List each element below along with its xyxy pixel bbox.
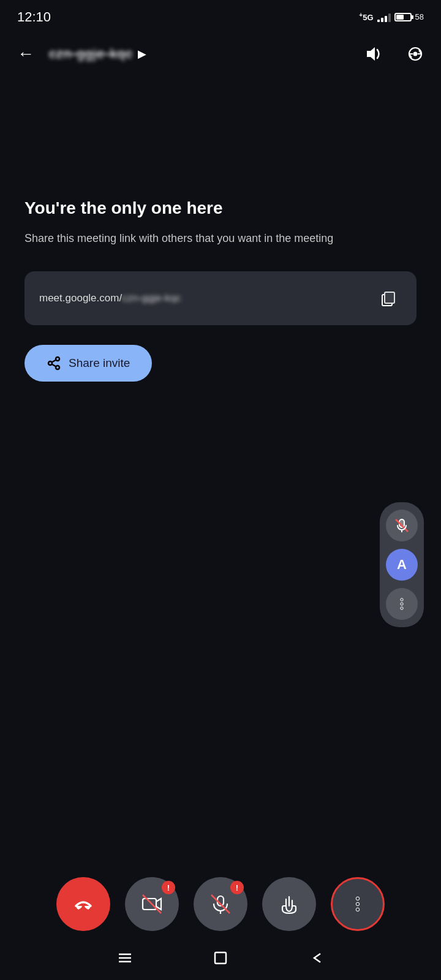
mic-off-icon-bottom bbox=[209, 892, 232, 916]
top-nav: ← czn-ggje-kqc ▶ bbox=[0, 32, 441, 76]
expand-icon[interactable]: ▶ bbox=[138, 47, 146, 61]
meeting-code-container: czn-ggje-kqc ▶ bbox=[49, 46, 350, 62]
svg-point-21 bbox=[356, 902, 360, 906]
camera-off-button[interactable]: ! bbox=[125, 877, 179, 931]
system-hamburger-button[interactable] bbox=[114, 947, 136, 969]
camera-warning-badge: ! bbox=[162, 881, 175, 894]
status-icons: +5G 58 bbox=[359, 12, 424, 22]
svg-point-5 bbox=[48, 361, 52, 365]
flip-camera-button[interactable] bbox=[402, 40, 429, 67]
more-options-button[interactable] bbox=[331, 877, 385, 931]
meeting-link-text: meet.google.com/czn-ggje-kqc bbox=[39, 292, 375, 304]
back-triangle-icon bbox=[308, 950, 324, 966]
system-nav-bar bbox=[0, 936, 441, 980]
svg-rect-15 bbox=[143, 899, 156, 910]
svg-rect-3 bbox=[385, 292, 394, 303]
bottom-control-bar: ! ! bbox=[0, 877, 441, 931]
status-bar: 12:10 +5G 58 bbox=[0, 0, 441, 32]
mic-off-icon bbox=[394, 518, 410, 533]
nav-icons bbox=[360, 40, 429, 67]
floating-more-button[interactable] bbox=[386, 588, 418, 620]
svg-point-14 bbox=[401, 607, 403, 609]
mic-warning-badge: ! bbox=[230, 881, 244, 894]
home-square-icon bbox=[213, 950, 228, 966]
share-icon bbox=[47, 356, 61, 371]
svg-line-7 bbox=[52, 364, 56, 367]
raise-hand-button[interactable] bbox=[262, 877, 316, 931]
status-time: 12:10 bbox=[17, 9, 51, 25]
svg-point-12 bbox=[401, 598, 403, 601]
subtitle-text: Share this meeting link with others that… bbox=[24, 230, 417, 247]
system-home-button[interactable] bbox=[209, 947, 232, 969]
svg-line-8 bbox=[52, 360, 56, 363]
svg-marker-0 bbox=[367, 47, 375, 61]
more-vertical-icon bbox=[394, 597, 409, 611]
svg-point-1 bbox=[413, 52, 418, 56]
avatar-label: A bbox=[397, 557, 407, 573]
signal-type: +5G bbox=[359, 12, 373, 22]
speaker-icon bbox=[364, 45, 383, 63]
copy-link-button[interactable] bbox=[375, 285, 402, 312]
speaker-button[interactable] bbox=[360, 40, 387, 67]
meeting-link-blur: czn-ggje-kqc bbox=[122, 292, 181, 304]
meeting-code-text: czn-ggje-kqc bbox=[49, 46, 133, 62]
share-invite-button[interactable]: Share invite bbox=[24, 345, 152, 382]
svg-point-6 bbox=[56, 366, 59, 369]
battery-level: 58 bbox=[415, 12, 424, 21]
signal-bars-icon bbox=[377, 12, 391, 22]
svg-point-4 bbox=[56, 357, 59, 361]
only-one-title: You're the only one here bbox=[24, 198, 417, 218]
camera-off-icon bbox=[140, 892, 164, 916]
meeting-link-box: meet.google.com/czn-ggje-kqc bbox=[24, 271, 417, 325]
svg-line-16 bbox=[143, 895, 161, 913]
hamburger-icon bbox=[116, 949, 134, 967]
back-button[interactable]: ← bbox=[12, 40, 39, 67]
back-arrow-icon: ← bbox=[17, 44, 34, 64]
svg-point-13 bbox=[401, 603, 403, 605]
flip-camera-icon bbox=[405, 44, 425, 64]
share-invite-label: Share invite bbox=[69, 356, 130, 370]
svg-point-20 bbox=[356, 897, 360, 900]
user-avatar-button[interactable]: A bbox=[386, 549, 418, 581]
floating-controls-panel: A bbox=[380, 502, 424, 627]
floating-mute-button[interactable] bbox=[386, 510, 418, 541]
end-call-icon bbox=[72, 892, 95, 916]
svg-point-22 bbox=[356, 908, 360, 911]
copy-icon bbox=[380, 290, 397, 307]
more-options-icon bbox=[348, 894, 368, 914]
main-content: You're the only one here Share this meet… bbox=[0, 198, 441, 382]
svg-rect-26 bbox=[215, 952, 226, 963]
battery-icon bbox=[394, 13, 412, 21]
mic-off-button[interactable]: ! bbox=[194, 877, 247, 931]
system-back-button[interactable] bbox=[305, 947, 327, 969]
end-call-button[interactable] bbox=[56, 877, 110, 931]
raise-hand-icon bbox=[277, 892, 301, 916]
